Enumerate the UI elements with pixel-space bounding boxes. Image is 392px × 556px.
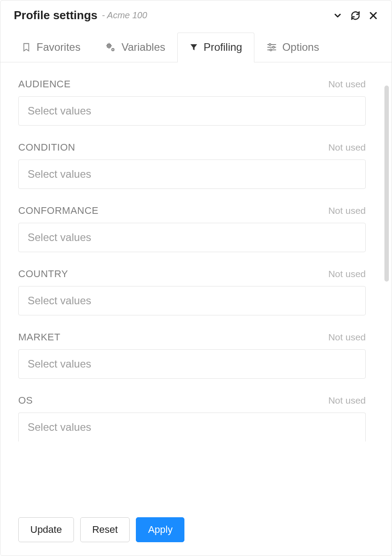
os-select[interactable]: Select values <box>18 413 366 442</box>
tab-label: Favorites <box>37 41 81 53</box>
field-status: Not used <box>328 269 366 279</box>
field-os: OS Not used Select values <box>18 395 366 442</box>
chevron-down-icon <box>333 11 343 20</box>
field-label: OS <box>18 395 33 406</box>
tab-profiling[interactable]: Profiling <box>177 33 254 62</box>
field-label: CONFORMANCE <box>18 205 98 217</box>
bookmark-icon <box>21 41 31 53</box>
field-status: Not used <box>328 79 366 90</box>
tab-label: Profiling <box>204 41 242 53</box>
close-icon <box>368 11 378 20</box>
field-conformance: CONFORMANCE Not used Select values <box>18 205 366 252</box>
field-label: AUDIENCE <box>18 78 71 90</box>
field-label: COUNTRY <box>18 268 68 280</box>
scrollbar-track[interactable] <box>384 62 392 507</box>
field-status: Not used <box>328 332 366 343</box>
field-status: Not used <box>328 142 366 153</box>
panel-footer: Update Reset Apply <box>0 507 392 556</box>
country-select[interactable]: Select values <box>18 286 366 315</box>
fields-scroll-area: AUDIENCE Not used Select values CONDITIO… <box>0 62 384 507</box>
field-status: Not used <box>328 205 366 216</box>
sliders-icon <box>266 42 277 53</box>
profile-settings-panel: Profile settings - Acme 100 <box>0 0 392 556</box>
filter-icon <box>189 42 198 52</box>
svg-point-8 <box>269 44 271 45</box>
field-status: Not used <box>328 395 366 406</box>
gears-icon <box>105 41 116 53</box>
tab-label: Variables <box>122 41 165 53</box>
market-select[interactable]: Select values <box>18 349 366 379</box>
panel-header: Profile settings - Acme 100 <box>0 0 392 22</box>
tab-favorites[interactable]: Favorites <box>9 33 93 62</box>
field-label: MARKET <box>18 331 61 343</box>
audience-select[interactable]: Select values <box>18 96 366 126</box>
panel-title: Profile settings <box>14 8 98 22</box>
svg-point-4 <box>112 49 114 51</box>
tab-label: Options <box>282 41 319 53</box>
field-condition: CONDITION Not used Select values <box>18 142 366 189</box>
collapse-button[interactable] <box>333 11 343 20</box>
tab-bar: Favorites Variables Profiling Options <box>0 32 392 62</box>
close-button[interactable] <box>368 11 378 20</box>
svg-point-9 <box>273 46 274 48</box>
panel-body: AUDIENCE Not used Select values CONDITIO… <box>0 62 392 507</box>
condition-select[interactable]: Select values <box>18 159 366 189</box>
field-country: COUNTRY Not used Select values <box>18 268 366 315</box>
header-actions <box>333 11 378 20</box>
scrollbar-thumb[interactable] <box>384 86 389 282</box>
svg-point-10 <box>270 49 272 51</box>
conformance-select[interactable]: Select values <box>18 223 366 252</box>
reset-button[interactable]: Reset <box>80 517 130 542</box>
panel-subtitle: - Acme 100 <box>102 10 147 20</box>
field-audience: AUDIENCE Not used Select values <box>18 78 366 126</box>
apply-button[interactable]: Apply <box>136 517 184 542</box>
refresh-icon <box>351 11 360 20</box>
update-button[interactable]: Update <box>18 517 74 542</box>
field-market: MARKET Not used Select values <box>18 331 366 379</box>
tab-variables[interactable]: Variables <box>93 33 177 62</box>
tab-options[interactable]: Options <box>254 33 331 62</box>
field-label: CONDITION <box>18 142 75 153</box>
refresh-button[interactable] <box>351 11 360 20</box>
svg-point-3 <box>108 45 110 46</box>
